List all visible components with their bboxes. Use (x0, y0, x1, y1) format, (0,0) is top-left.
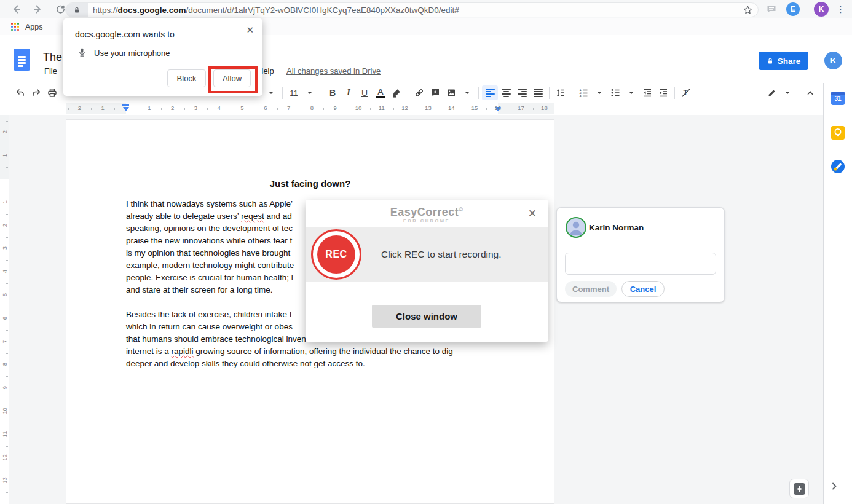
keep-icon[interactable] (831, 126, 845, 140)
ruler-number: 17 (513, 104, 530, 111)
comment-input[interactable] (565, 253, 716, 275)
font-size-caret[interactable] (302, 85, 318, 100)
insert-link-icon[interactable] (411, 85, 427, 100)
collapse-toolbar-icon[interactable] (802, 85, 818, 100)
insert-comment-icon[interactable] (427, 85, 443, 100)
ruler-number: 10 (1, 403, 8, 420)
browser-profile-avatar[interactable]: K (814, 2, 829, 17)
docs-logo-icon[interactable] (14, 49, 30, 71)
ruler-tick (393, 108, 394, 110)
permission-title: docs.google.com wants to (75, 30, 175, 39)
easycorrect-logo-sub: FOR CHROME (306, 218, 548, 224)
ruler-number: 3 (187, 104, 204, 111)
extension-chat-icon[interactable] (766, 4, 778, 15)
menu-file[interactable]: File (44, 66, 57, 76)
ruler-number: 11 (1, 425, 8, 443)
ruler-tick (370, 108, 371, 110)
editing-mode-icon[interactable] (763, 85, 779, 100)
ruler-tick (254, 108, 254, 110)
browser-menu-icon[interactable]: ⋮ (836, 2, 845, 16)
bold-button[interactable]: B (325, 85, 341, 100)
decrease-indent-icon[interactable] (639, 85, 655, 100)
insert-image-caret[interactable] (459, 85, 475, 100)
commenter-name: Karin Norman (589, 223, 644, 232)
ruler-tick (486, 108, 487, 110)
align-left-button[interactable] (482, 85, 498, 100)
share-lock-icon (767, 57, 774, 65)
ruler-number: 3 (1, 240, 8, 257)
site-security-chip[interactable] (66, 3, 88, 17)
ruler-tick (6, 446, 8, 447)
redo-icon[interactable] (28, 85, 44, 100)
align-center-button[interactable] (498, 85, 514, 100)
ruler-tick (6, 307, 8, 307)
comment-cancel-button[interactable]: Cancel (621, 281, 665, 297)
calendar-icon[interactable]: 31 (831, 92, 845, 105)
ruler-number: 14 (443, 104, 460, 111)
ruler-number: 7 (1, 333, 8, 350)
document-heading: Just facing down? (66, 178, 554, 189)
undo-icon[interactable] (12, 85, 28, 100)
ruler-number: 5 (234, 104, 251, 111)
editing-mode-caret[interactable] (779, 85, 795, 100)
comment-submit-button[interactable]: Comment (565, 281, 617, 297)
ruler-tick (556, 108, 556, 110)
clear-formatting-icon[interactable]: T (678, 85, 694, 100)
ruler-number: 8 (303, 104, 320, 111)
side-panel: 31 (823, 83, 852, 504)
save-status[interactable]: All changes saved in Drive (286, 66, 381, 76)
share-button[interactable]: Share (759, 52, 808, 70)
left-indent-marker[interactable] (123, 107, 129, 111)
ruler-tick (68, 108, 69, 110)
ruler-tick (6, 121, 8, 122)
insert-image-icon[interactable] (443, 85, 459, 100)
explore-button[interactable] (789, 479, 809, 498)
numbered-list-icon[interactable]: 1.2.3. (575, 85, 591, 100)
numbered-list-caret[interactable] (591, 85, 607, 100)
align-right-button[interactable] (514, 85, 530, 100)
ruler-number: 12 (396, 104, 414, 111)
horizontal-ruler[interactable]: 21123456789101112131415161718 (0, 103, 823, 115)
underline-button[interactable]: U (357, 85, 373, 100)
ruler-number: 6 (1, 309, 8, 326)
block-button[interactable]: Block (167, 69, 206, 87)
italic-button[interactable]: I (341, 85, 357, 100)
ruler-number: 2 (71, 104, 88, 111)
ruler-tick (463, 108, 463, 110)
bulleted-list-caret[interactable] (623, 85, 639, 100)
back-button[interactable] (9, 2, 23, 17)
divider (369, 231, 369, 278)
bulleted-list-icon[interactable] (607, 85, 623, 100)
tasks-icon[interactable] (831, 160, 845, 173)
line-spacing-icon[interactable] (553, 85, 569, 100)
dialog-close-icon[interactable]: ✕ (528, 207, 537, 220)
close-window-button[interactable]: Close window (372, 305, 481, 328)
font-size-value[interactable]: 11 (286, 85, 302, 100)
popup-close-icon[interactable]: ✕ (246, 25, 254, 36)
increase-indent-icon[interactable] (655, 85, 671, 100)
doc-line: deeper and develop skills they could oth… (126, 359, 507, 371)
ruler-tick (6, 191, 8, 191)
extension-avatar[interactable]: E (786, 2, 800, 16)
apps-grid-icon[interactable] (11, 23, 19, 31)
highlight-color-icon[interactable] (389, 85, 404, 100)
ruler-tick (91, 108, 92, 110)
bookmark-star-icon[interactable] (743, 5, 753, 15)
text-color-button[interactable]: A (373, 85, 389, 100)
url-text: https://docs.google.com/document/d/1alrV… (93, 6, 743, 15)
vertical-ruler[interactable]: 2112345678910111213 (0, 115, 9, 504)
rec-button-ring: REC (311, 229, 361, 280)
ruler-number: 10 (350, 104, 367, 111)
lock-icon (73, 6, 81, 14)
apps-label[interactable]: Apps (25, 23, 43, 31)
side-panel-expand-icon[interactable] (829, 481, 840, 492)
ruler-tick (184, 108, 185, 110)
font-dropdown-caret[interactable] (263, 85, 279, 100)
forward-button[interactable] (31, 2, 45, 17)
print-icon[interactable] (44, 85, 60, 100)
rec-button[interactable]: REC (317, 235, 355, 274)
first-line-indent-marker[interactable] (122, 104, 129, 106)
justify-button[interactable] (530, 85, 546, 100)
account-avatar[interactable]: K (824, 52, 842, 69)
address-bar[interactable]: https://docs.google.com/document/d/1alrV… (65, 2, 759, 17)
